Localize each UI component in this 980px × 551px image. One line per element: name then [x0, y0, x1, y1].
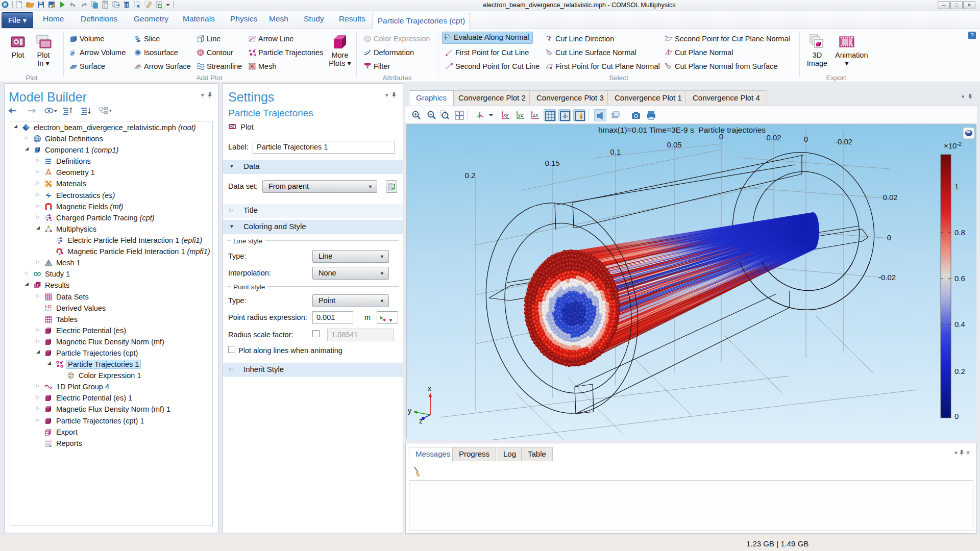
svg-text:e-12: e-12: [45, 308, 52, 312]
svg-text:0.2: 0.2: [954, 367, 965, 375]
svg-text:0.05: 0.05: [667, 140, 681, 149]
svg-text:zx: zx: [533, 112, 538, 118]
svg-text:0.15: 0.15: [545, 159, 559, 167]
svg-text:yz: yz: [518, 112, 523, 118]
svg-text:-0.02: -0.02: [878, 273, 896, 282]
svg-text:z: z: [419, 417, 423, 425]
svg-text:y: y: [408, 407, 411, 415]
svg-text:0.1: 0.1: [610, 147, 621, 156]
svg-text:0.4: 0.4: [954, 320, 965, 329]
svg-text:0.02: 0.02: [766, 133, 781, 142]
svg-text:0: 0: [804, 135, 808, 143]
svg-text:xy: xy: [503, 112, 508, 118]
svg-text:hmax(1)=0.01 Time=3E-9 s Part: hmax(1)=0.01 Time=3E-9 s Particle trajec…: [598, 126, 766, 134]
svg-text:0.2: 0.2: [465, 171, 476, 180]
svg-text:x: x: [428, 384, 431, 392]
svg-text:0.8: 0.8: [954, 228, 965, 237]
svg-text:0: 0: [887, 233, 891, 242]
svg-text:0.6: 0.6: [954, 274, 965, 283]
svg-text:1: 1: [954, 182, 959, 191]
svg-text:8.85: 8.85: [45, 305, 52, 308]
svg-text:0.02: 0.02: [883, 193, 897, 202]
svg-text:-0.02: -0.02: [835, 137, 852, 146]
svg-text:0: 0: [954, 412, 959, 420]
